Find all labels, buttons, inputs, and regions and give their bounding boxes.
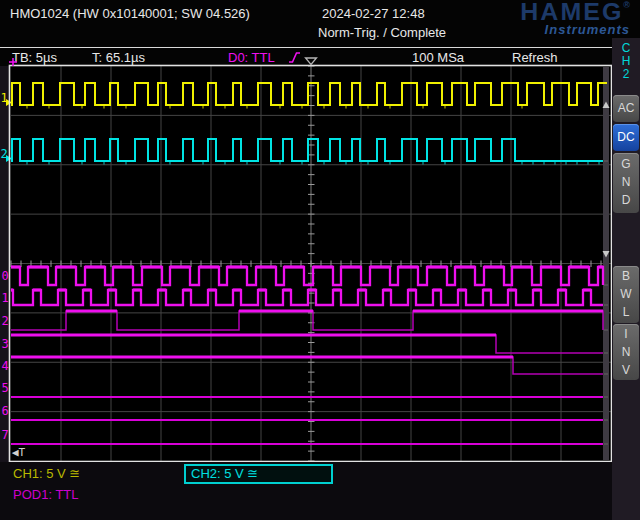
coupling-dc-button[interactable]: DC <box>613 124 639 151</box>
menu-title-ch2: C H 2 <box>612 42 640 81</box>
svg-text:4: 4 <box>2 359 9 373</box>
ch1-status: CH1: 5 V ≅ <box>13 466 80 481</box>
coupling-gnd-button[interactable]: G N D <box>613 153 639 213</box>
svg-text:0: 0 <box>2 269 9 283</box>
waveform-display: 0123456712◀T <box>0 0 640 520</box>
channel-status-bar: CH1: 5 V ≅ CH2: 5 V ≅ POD1: TTL <box>0 462 612 520</box>
pod1-status: POD1: TTL <box>13 487 79 502</box>
coupling-ac-button[interactable]: AC <box>613 95 639 122</box>
oscilloscope-screen: HMO1024 (HW 0x10140001; SW 04.526) 2024-… <box>0 0 640 520</box>
svg-text:◀T: ◀T <box>12 446 26 459</box>
svg-text:5: 5 <box>2 381 9 395</box>
softkey-menu: C H 2 AC DC G N D B W L I N V <box>612 38 640 520</box>
ch2-status-selected[interactable]: CH2: 5 V ≅ <box>184 464 333 484</box>
svg-text:3: 3 <box>2 337 9 351</box>
invert-button[interactable]: I N V <box>613 324 639 380</box>
svg-text:2: 2 <box>2 314 9 328</box>
svg-text:7: 7 <box>2 428 9 442</box>
bandwidth-limit-button[interactable]: B W L <box>613 266 639 323</box>
svg-text:6: 6 <box>2 404 9 418</box>
svg-text:1: 1 <box>2 291 9 305</box>
